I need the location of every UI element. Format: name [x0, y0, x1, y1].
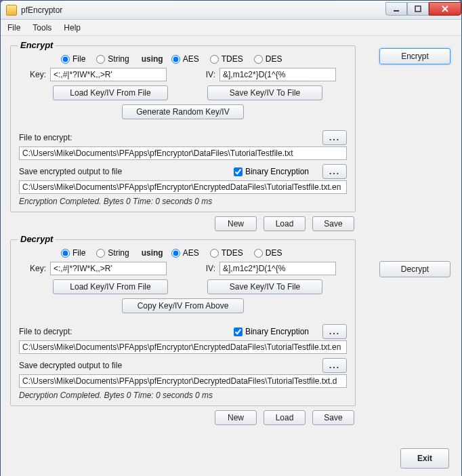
main-column: Encrypt File String using AES TDES DES K… [10, 45, 356, 425]
menu-help[interactable]: Help [64, 23, 81, 33]
decrypt-legend: Decrypt [18, 234, 56, 244]
browse-decrypted-output-button[interactable]: ... [322, 358, 347, 373]
menu-file[interactable]: File [7, 23, 20, 33]
decrypt-algo-aes[interactable]: AES [171, 248, 199, 258]
encrypt-status: Encryption Completed. Bytes 0 Time: 0 se… [19, 197, 347, 206]
titlebar: pfEncryptor [1, 1, 461, 20]
decrypt-algo-des[interactable]: DES [254, 248, 282, 258]
copy-keyiv-from-above-button[interactable]: Copy Key/IV From Above [122, 298, 244, 313]
encrypt-algo-des-radio[interactable] [254, 55, 263, 64]
decrypt-iv-input[interactable] [219, 262, 336, 275]
binary-label2: Binary Encryption [245, 327, 309, 336]
encrypt-load-keyiv-button[interactable]: Load Key/IV From File [53, 85, 168, 100]
tdes-label2: TDES [222, 248, 243, 258]
exit-button[interactable]: Exit [400, 448, 449, 469]
decrypt-source-file-radio[interactable] [61, 249, 70, 258]
decrypt-binary-checkbox-wrap[interactable]: Binary Encryption [234, 327, 309, 336]
file-to-decrypt-label: File to decrypt: [19, 327, 72, 336]
save-decrypted-output-label: Save decrypted output to file [19, 361, 122, 370]
decrypt-key-label: Key: [19, 264, 46, 273]
window-title: pfEncryptor [21, 5, 385, 15]
decrypt-action-button[interactable]: Decrypt [379, 261, 450, 277]
decrypt-load-button[interactable]: Load [264, 410, 306, 425]
encrypt-algo-tdes[interactable]: TDES [210, 54, 243, 64]
decrypt-algo-des-radio[interactable] [254, 249, 263, 258]
window-buttons [385, 2, 461, 16]
svg-rect-1 [415, 6, 421, 12]
des-label: DES [266, 54, 282, 64]
encrypt-new-button[interactable]: New [215, 216, 257, 231]
generate-random-keyiv-button[interactable]: Generate Random Key/IV [122, 104, 244, 119]
tdes-label: TDES [222, 54, 243, 64]
aes-label2: AES [183, 248, 199, 258]
exit-wrap: Exit [400, 448, 449, 469]
browse-encrypted-output-button[interactable]: ... [322, 164, 347, 179]
encrypt-iv-label: IV: [201, 70, 215, 79]
decrypt-key-input[interactable] [50, 262, 167, 275]
des-label2: DES [266, 248, 282, 258]
string-label2: String [108, 248, 129, 258]
decrypt-source-string-radio[interactable] [96, 249, 105, 258]
encrypt-binary-checkbox[interactable] [234, 167, 243, 176]
decrypted-output-input[interactable] [19, 374, 347, 388]
side-column: Encrypt Decrypt [379, 48, 450, 277]
decrypt-save-keyiv-button[interactable]: Save Key/IV To File [207, 279, 322, 294]
decrypt-footer-buttons: New Load Save [12, 410, 354, 425]
encrypt-algo-aes-radio[interactable] [171, 55, 180, 64]
encrypt-binary-checkbox-wrap[interactable]: Binary Encryption [234, 167, 309, 176]
encrypt-footer-buttons: New Load Save [12, 216, 354, 231]
decrypt-load-keyiv-button[interactable]: Load Key/IV From File [53, 279, 168, 294]
file-to-decrypt-input[interactable] [19, 340, 347, 354]
browse-file-to-decrypt-button[interactable]: ... [322, 324, 347, 339]
decrypt-algo-tdes-radio[interactable] [210, 249, 219, 258]
minimize-button[interactable] [385, 2, 407, 16]
decrypt-status: Decryption Completed. Bytes 0 Time: 0 se… [19, 391, 347, 400]
encrypt-source-file-radio[interactable] [61, 55, 70, 64]
encrypt-key-input[interactable] [50, 68, 167, 81]
app-window: pfEncryptor File Tools Help Encrypt File… [0, 0, 462, 476]
maximize-button[interactable] [407, 2, 429, 16]
browse-file-to-encrypt-button[interactable]: ... [322, 130, 347, 145]
encrypt-action-button[interactable]: Encrypt [379, 48, 450, 64]
binary-label: Binary Encryption [245, 167, 309, 176]
decrypt-group: Decrypt File String using AES TDES DES K… [10, 239, 356, 406]
file-label: File [72, 54, 85, 64]
menubar: File Tools Help [1, 20, 461, 36]
encrypt-group: Encrypt File String using AES TDES DES K… [10, 45, 356, 212]
client-area: Encrypt File String using AES TDES DES K… [1, 36, 461, 476]
encrypt-source-file[interactable]: File [61, 54, 85, 64]
decrypt-iv-label: IV: [201, 264, 215, 273]
decrypt-algo-aes-radio[interactable] [171, 249, 180, 258]
string-label: String [108, 54, 129, 64]
encrypt-legend: Encrypt [18, 40, 56, 50]
encrypt-save-keyiv-button[interactable]: Save Key/IV To File [207, 85, 322, 100]
encrypt-load-button[interactable]: Load [264, 216, 306, 231]
decrypt-source-file[interactable]: File [61, 248, 85, 258]
app-icon [6, 5, 17, 16]
encrypt-save-button[interactable]: Save [312, 216, 354, 231]
decrypt-new-button[interactable]: New [215, 410, 257, 425]
encrypt-algo-aes[interactable]: AES [171, 54, 199, 64]
encrypt-algo-tdes-radio[interactable] [210, 55, 219, 64]
menu-tools[interactable]: Tools [33, 23, 51, 33]
decrypt-algo-tdes[interactable]: TDES [210, 248, 243, 258]
file-label2: File [72, 248, 85, 258]
save-encrypted-output-label: Save encrypted output to file [19, 167, 122, 176]
close-button[interactable] [429, 2, 461, 16]
aes-label: AES [183, 54, 199, 64]
encrypt-key-label: Key: [19, 70, 46, 79]
encrypted-output-input[interactable] [19, 180, 347, 194]
decrypt-binary-checkbox[interactable] [234, 328, 243, 336]
decrypt-source-string[interactable]: String [96, 248, 129, 258]
decrypt-save-button[interactable]: Save [312, 410, 354, 425]
using-label2: using [142, 248, 163, 258]
file-to-encrypt-label: File to encrypt: [19, 133, 72, 142]
using-label: using [142, 54, 163, 64]
file-to-encrypt-input[interactable] [19, 146, 347, 160]
encrypt-source-string-radio[interactable] [96, 55, 105, 64]
encrypt-iv-input[interactable] [219, 68, 336, 81]
encrypt-source-string[interactable]: String [96, 54, 129, 64]
encrypt-algo-des[interactable]: DES [254, 54, 282, 64]
